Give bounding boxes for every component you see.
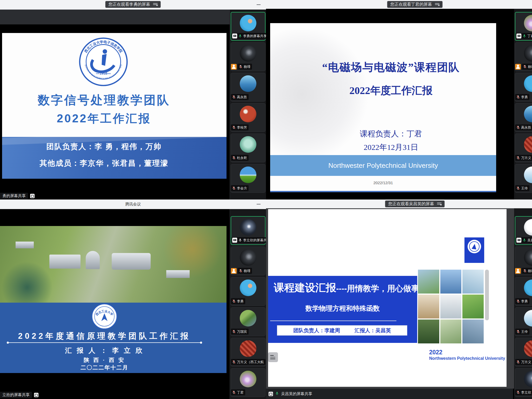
presenter-line: 汇 报 人 ： 李 立 欣 bbox=[0, 346, 209, 355]
participant-tile[interactable]: 万方义 bbox=[515, 134, 532, 162]
participant-name: 王伶 bbox=[521, 186, 528, 191]
participant-name: 李勇 bbox=[237, 299, 244, 304]
team-leader-label: 团队负责人：李建周 bbox=[293, 327, 340, 334]
participant-tile[interactable]: 万国宾 bbox=[231, 307, 265, 336]
watching-screen-pill[interactable]: 您正在观看李勇的屏幕 bbox=[105, 1, 161, 8]
participant-tile[interactable]: 李会方 bbox=[231, 164, 265, 193]
participant-tile[interactable]: 李勇 bbox=[231, 277, 265, 306]
date-line: 二〇二二年十二月 bbox=[0, 364, 209, 371]
scrollbar-thumb[interactable] bbox=[485, 270, 489, 320]
app-title: 腾讯会议 bbox=[0, 200, 266, 209]
participant-tile[interactable]: 高永胜 bbox=[515, 103, 532, 132]
participant-tile[interactable]: 王伶 bbox=[515, 307, 532, 336]
share-menu-icon[interactable] bbox=[437, 202, 442, 206]
participant-tile[interactable]: 李勇 bbox=[515, 73, 532, 102]
participant-tile[interactable]: 吴昌英的屏幕共享 bbox=[515, 216, 532, 245]
mic-icon bbox=[232, 330, 236, 334]
meeting-window-liyong: 西北工业大学电子信息学院 SCHOOL OF ELECTRONICS AND I… bbox=[0, 0, 266, 200]
participant-tile[interactable]: 李桂芳 bbox=[231, 103, 265, 132]
course-leader-line: 课程负责人：丁君 bbox=[286, 129, 496, 139]
mic-icon bbox=[238, 34, 242, 38]
participant-name: 杨瑾 bbox=[244, 64, 250, 69]
avatar bbox=[524, 280, 532, 296]
collage-photo bbox=[462, 320, 484, 343]
participant-tile[interactable]: 丁君 bbox=[231, 368, 265, 397]
screen-share-icon bbox=[232, 238, 237, 243]
slide-title: 2022年度通信原理教学团队工作汇报 bbox=[0, 331, 209, 342]
screen-share-banner-label: 立欣的屏幕共享 bbox=[0, 392, 32, 398]
participant-tile[interactable]: 王伶 bbox=[515, 164, 532, 193]
mic-icon bbox=[239, 269, 243, 273]
place-line: 陕 西 · 西 安 bbox=[0, 356, 209, 364]
shared-slide: 西北工业大学电子信息学院 SCHOOL OF ELECTRONICS AND I… bbox=[2, 33, 227, 179]
floating-toolbar-button[interactable] bbox=[268, 352, 278, 362]
screen-share-icon bbox=[232, 34, 237, 38]
minimize-button[interactable] bbox=[257, 204, 261, 204]
participant-tile[interactable]: 杨瑾 bbox=[231, 247, 265, 275]
share-indicator-icon[interactable] bbox=[30, 194, 35, 198]
participants-panel: 李勇的屏幕共享杨瑾高永胜李桂芳杜永乾李会方 bbox=[230, 9, 266, 200]
participant-tile[interactable]: 杨瑾 bbox=[231, 42, 265, 71]
slide-subtitle: 数学物理方程和特殊函数 bbox=[268, 304, 417, 313]
share-menu-icon[interactable] bbox=[435, 3, 440, 6]
participant-tile[interactable]: 杨瑾 bbox=[515, 42, 532, 71]
meeting-window-wuchangying: 课程建设汇报----用情教学，用心做事 数学物理方程和特殊函数 团队负责人：李建… bbox=[266, 200, 532, 399]
participant-tile[interactable]: 李立欣 bbox=[515, 368, 532, 397]
university-name: Northwester Polytechnical University bbox=[328, 162, 438, 170]
participant-tile[interactable]: 丁君的屏幕共享 bbox=[515, 12, 532, 41]
participant-name: 李勇 bbox=[521, 95, 528, 99]
collage-photo bbox=[418, 295, 439, 318]
date-line: 2022年12月31日 bbox=[286, 142, 496, 153]
title-band: 课程建设汇报----用情教学，用心做事 数学物理方程和特殊函数 团队负责人：李建… bbox=[268, 276, 417, 343]
collage-photo bbox=[462, 295, 484, 318]
mic-icon bbox=[516, 95, 520, 99]
screen-share-banner-label: 吴昌英的屏幕共享 bbox=[281, 391, 312, 396]
participants-panel: 李立欣的屏幕共享杨瑾李勇万国宾万方义（西工大航丁君 bbox=[230, 209, 266, 399]
mic-icon bbox=[232, 156, 236, 160]
avatar bbox=[240, 167, 256, 183]
presenter-badge-icon bbox=[515, 64, 521, 70]
watching-screen-pill[interactable]: 您正在观看吴昌英的屏幕 bbox=[385, 201, 445, 207]
screen-share-banner: 勇的屏幕共享 bbox=[0, 193, 35, 199]
school-logo: 西北工业大学电子信息学院 SCHOOL OF ELECTRONICS AND I… bbox=[79, 37, 128, 87]
university-logo-block bbox=[464, 237, 484, 263]
meeting-window-tencent: 2022年度通信原理教学团队工作汇报 汇 报 人 ： 李 立 欣 陕 西 · 西… bbox=[0, 200, 266, 399]
campus-photo-collage bbox=[418, 270, 484, 343]
minimize-button[interactable] bbox=[257, 4, 261, 5]
avatar bbox=[524, 106, 532, 122]
mic-icon bbox=[516, 186, 520, 190]
mic-icon bbox=[516, 330, 520, 334]
participant-tile[interactable]: 李勇的屏幕共享 bbox=[231, 12, 265, 41]
participant-tile[interactable]: 李立欣的屏幕共享 bbox=[231, 216, 265, 245]
collage-photo bbox=[418, 320, 439, 343]
share-indicator-icon[interactable] bbox=[34, 393, 38, 397]
share-menu-icon[interactable] bbox=[153, 3, 158, 6]
watching-screen-label: 您正在观看吴昌英的屏幕 bbox=[388, 201, 434, 207]
participant-tile[interactable]: 万方义 bbox=[515, 338, 532, 367]
slide-date-small: 2022/12/31 bbox=[270, 181, 496, 185]
window-titlebar: 您正在观看李勇的屏幕 bbox=[0, 0, 266, 10]
avatar bbox=[524, 340, 532, 357]
participant-name: 李勇 bbox=[521, 299, 528, 304]
presenter-label: 汇报人：吴昌英 bbox=[355, 327, 391, 334]
slide-title-line2: 2022年度工作汇报 bbox=[286, 83, 496, 98]
slide-title-line1: 数字信号处理教学团队 bbox=[2, 92, 206, 108]
avatar bbox=[240, 371, 256, 387]
collage-photo bbox=[462, 270, 484, 294]
participant-tile[interactable]: 李勇 bbox=[515, 277, 532, 306]
watching-screen-pill[interactable]: 您正在观看丁君的屏幕 bbox=[387, 1, 443, 8]
participant-tile[interactable]: 万方义（西工大航 bbox=[231, 338, 265, 367]
participant-name: 李会方 bbox=[237, 186, 247, 191]
avatar bbox=[524, 167, 532, 183]
participant-name: 李勇的屏幕共享 bbox=[243, 34, 266, 38]
mic-icon bbox=[232, 186, 236, 190]
mic-icon bbox=[516, 125, 520, 129]
avatar bbox=[240, 249, 256, 266]
participant-tile[interactable]: 杜永乾 bbox=[231, 134, 265, 162]
screen-share-banner: 吴昌英的屏幕共享 bbox=[266, 389, 513, 399]
participant-name: 杨瑾 bbox=[244, 269, 250, 273]
participant-tile[interactable]: 高永胜 bbox=[231, 73, 265, 102]
participant-tile[interactable]: 杨瑾 bbox=[515, 247, 532, 275]
participant-name: 万方义（西工大航 bbox=[237, 360, 264, 364]
participant-name: 丁君的屏幕共享 bbox=[527, 34, 532, 38]
